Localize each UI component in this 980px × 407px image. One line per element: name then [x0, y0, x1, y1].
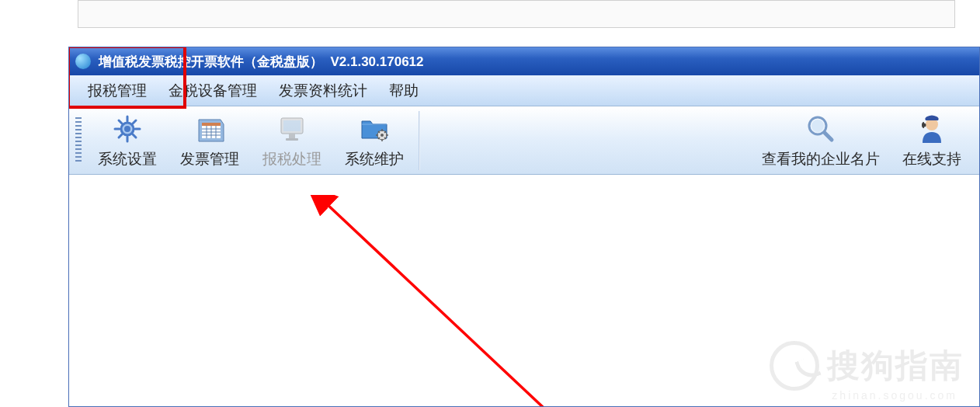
menu-device-management[interactable]: 金税设备管理 — [158, 78, 268, 104]
folder-gear-icon — [357, 112, 391, 146]
app-window: 增值税发票税控开票软件（金税盘版） V2.1.30.170612 报税管理 金税… — [68, 47, 980, 407]
toolbar-separator — [419, 111, 420, 170]
toolbar: 系统设置 发票管理 报税处理 — [69, 106, 979, 175]
magnifier-icon — [804, 112, 838, 146]
toolbar-grip — [75, 117, 82, 164]
svg-point-9 — [381, 134, 384, 137]
menu-help[interactable]: 帮助 — [378, 78, 429, 104]
tb-system-settings-label: 系统设置 — [98, 149, 157, 169]
tb-system-settings[interactable]: 系统设置 — [86, 107, 169, 174]
watermark-url: zhinan.sogou.com — [832, 389, 957, 402]
menu-tax-management[interactable]: 报税管理 — [77, 78, 158, 104]
calendar-icon — [193, 112, 227, 146]
tb-system-maintenance-label: 系统维护 — [345, 149, 404, 169]
svg-rect-6 — [289, 134, 295, 138]
window-titlebar: 增值税发票税控开票软件（金税盘版） V2.1.30.170612 — [69, 47, 979, 75]
svg-rect-5 — [283, 120, 301, 131]
svg-point-13 — [923, 123, 926, 127]
tb-invoice-management[interactable]: 发票管理 — [169, 107, 251, 174]
svg-rect-3 — [202, 123, 221, 126]
user-headset-icon — [915, 112, 949, 146]
svg-point-1 — [124, 126, 130, 132]
gear-icon — [110, 112, 144, 146]
menu-invoice-stats[interactable]: 发票资料统计 — [268, 78, 378, 104]
window-title: 增值税发票税控开票软件（金税盘版） V2.1.30.170612 — [99, 53, 424, 71]
tb-tax-processing[interactable]: 报税处理 — [251, 107, 333, 174]
watermark-text: 搜狗指南 — [827, 344, 964, 388]
tb-invoice-management-label: 发票管理 — [180, 149, 239, 169]
watermark: 搜狗指南 — [770, 341, 964, 391]
menubar: 报税管理 金税设备管理 发票资料统计 帮助 — [69, 75, 979, 106]
tb-online-support[interactable]: 在线支持 — [891, 107, 973, 174]
article-placeholder-box — [78, 0, 955, 28]
tb-online-support-label: 在线支持 — [902, 149, 961, 169]
app-icon — [75, 54, 91, 69]
tb-tax-processing-label: 报税处理 — [262, 149, 321, 169]
monitor-icon — [275, 112, 309, 146]
tb-system-maintenance[interactable]: 系统维护 — [333, 107, 415, 174]
tb-view-business-card-label: 查看我的企业名片 — [762, 149, 880, 169]
svg-rect-7 — [286, 138, 298, 141]
watermark-logo-icon — [770, 341, 819, 391]
tb-view-business-card[interactable]: 查看我的企业名片 — [751, 107, 891, 174]
svg-point-11 — [811, 120, 824, 132]
